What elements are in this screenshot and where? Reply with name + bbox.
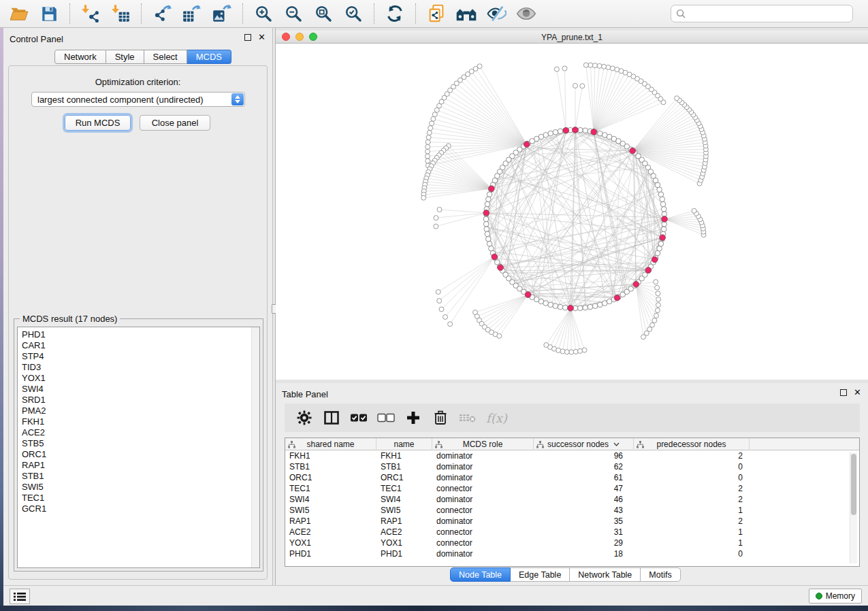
tab-network-table[interactable]: Network Table [570,567,641,582]
table-row[interactable]: TEC1TEC1connector472 [285,483,859,494]
network-node[interactable] [598,131,603,136]
network-node[interactable] [558,304,563,310]
table-cell[interactable]: FKH1 [376,450,432,461]
network-node[interactable] [602,133,608,138]
table-cell[interactable]: TEC1 [285,483,376,494]
network-dominator-node[interactable] [633,282,639,288]
tab-style[interactable]: Style [106,50,144,64]
table-cell[interactable]: 2 [634,450,750,461]
table-cell[interactable]: 1 [634,527,750,538]
zoom-in-icon[interactable] [251,3,276,24]
import-network-icon[interactable] [78,3,103,24]
tab-motifs[interactable]: Motifs [641,567,680,582]
network-node[interactable] [548,131,553,136]
network-leaf-node[interactable] [432,112,437,117]
column-header-successor-nodes[interactable]: successor nodes [534,438,634,450]
zoom-fit-icon[interactable] [311,3,336,24]
close-panel-button[interactable]: Close panel [140,115,210,131]
table-cell[interactable]: dominator [432,461,534,472]
network-leaf-node[interactable] [425,144,430,149]
network-leaf-node[interactable] [439,307,444,312]
network-leaf-node[interactable] [692,208,696,213]
table-cell[interactable]: 46 [534,494,634,505]
network-leaf-node[interactable] [428,126,433,131]
network-leaf-node[interactable] [564,350,569,354]
table-cell[interactable]: 18 [534,548,634,559]
table-cell[interactable]: 43 [534,505,634,516]
table-cell[interactable]: 35 [534,516,634,527]
network-node[interactable] [483,222,489,227]
network-leaf-node[interactable] [431,116,436,121]
table-cell[interactable]: 0 [634,461,750,472]
open-folder-icon[interactable] [7,3,31,24]
network-leaf-node[interactable] [592,63,597,68]
table-cell[interactable]: connector [432,483,534,494]
network-leaf-node[interactable] [421,195,426,200]
table-row[interactable]: ACE2ACE2connector311 [285,527,859,538]
tab-node-table[interactable]: Node Table [450,567,511,582]
search-input[interactable] [690,7,852,20]
network-leaf-node[interactable] [597,63,602,68]
network-leaf-node[interactable] [650,323,655,327]
table-cell[interactable]: dominator [432,472,534,483]
network-dominator-node[interactable] [489,186,495,192]
table-cell[interactable]: ACE2 [285,527,376,538]
table-cell[interactable]: 0 [634,548,750,559]
float-panel-icon[interactable] [840,389,847,396]
network-leaf-node[interactable] [556,348,561,352]
network-dominator-node[interactable] [498,265,504,271]
table-cell[interactable]: ACE2 [376,527,432,538]
table-cell[interactable]: 61 [534,472,634,483]
table-scrollbar[interactable] [850,452,857,563]
network-leaf-node[interactable] [582,348,587,352]
network-leaf-node[interactable] [588,63,593,67]
table-cell[interactable]: connector [432,538,534,548]
zoom-selected-icon[interactable] [341,3,366,24]
table-cell[interactable]: 1 [634,505,750,516]
network-leaf-node[interactable] [448,322,453,327]
network-dominator-node[interactable] [652,257,658,263]
binoculars-icon[interactable] [454,3,479,24]
network-leaf-node[interactable] [426,135,431,140]
network-dominator-node[interactable] [630,148,636,154]
network-leaf-node[interactable] [434,224,438,229]
table-cell[interactable]: STB1 [285,461,376,472]
network-node[interactable] [548,302,553,308]
table-cell[interactable]: RAP1 [376,516,432,527]
network-leaf-node[interactable] [425,159,430,163]
network-node[interactable] [553,303,558,309]
network-leaf-node[interactable] [580,84,585,88]
column-header-shared-name[interactable]: shared name [285,438,376,450]
network-leaf-node[interactable] [615,67,620,72]
column-header-predecessor-nodes[interactable]: predecessor nodes [634,438,750,450]
network-leaf-node[interactable] [560,349,565,354]
export-table-icon[interactable] [180,3,204,24]
table-cell[interactable]: connector [432,505,534,516]
network-dominator-node[interactable] [563,127,569,133]
table-cell[interactable]: 2 [634,494,750,505]
table-row[interactable]: RAP1RAP1dominator352 [285,516,859,527]
network-node[interactable] [543,301,549,306]
network-node[interactable] [486,197,492,202]
network-leaf-node[interactable] [656,297,661,301]
network-node[interactable] [583,128,588,133]
table-cell[interactable]: 2 [634,483,750,494]
tab-mcds[interactable]: MCDS [187,50,231,64]
network-leaf-node[interactable] [497,333,502,338]
network-leaf-node[interactable] [437,208,442,212]
network-leaf-node[interactable] [647,327,652,331]
network-leaf-node[interactable] [562,66,567,71]
table-cell[interactable]: 1 [634,538,750,548]
network-node[interactable] [487,192,492,197]
tab-edge-table[interactable]: Edge Table [511,567,570,582]
select-all-columns-icon[interactable] [347,408,370,428]
refresh-icon[interactable] [383,3,407,24]
table-cell[interactable]: SWI5 [376,505,432,516]
table-cell[interactable]: 47 [534,483,634,494]
network-dominator-node[interactable] [614,295,620,301]
network-leaf-node[interactable] [573,84,578,88]
network-node[interactable] [661,207,666,212]
table-cell[interactable]: PHD1 [376,548,432,559]
network-leaf-node[interactable] [434,216,438,220]
table-cell[interactable]: STB1 [376,461,432,472]
